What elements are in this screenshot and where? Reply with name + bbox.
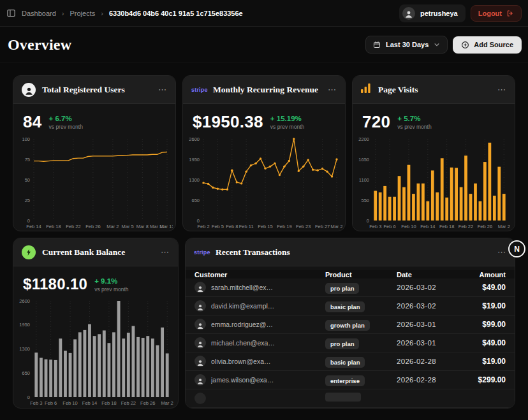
svg-text:Feb 14: Feb 14	[82, 400, 97, 406]
visits-bar-chart: 0550110016502200Feb 3Feb 6Feb 10Feb 14Fe…	[354, 134, 512, 230]
card-total-users: Total Registered Users ⋯ 84 + 6.7% vs pr…	[13, 75, 176, 231]
table-row[interactable]: emma.rodriguez@…growth plan2026-03-01$99…	[186, 315, 515, 334]
stat-delta: + 15.19%	[270, 115, 304, 122]
svg-text:Feb 3: Feb 3	[369, 224, 381, 229]
customer-email: olivia.brown@exa…	[211, 358, 271, 365]
transaction-date: 2026-03-02	[397, 284, 476, 291]
customer-avatar-icon	[194, 356, 206, 367]
transaction-date: 2026-03-01	[397, 321, 476, 328]
svg-text:0: 0	[197, 218, 200, 224]
stripe-logo-icon: stripe	[194, 249, 209, 256]
customer-avatar-icon	[194, 337, 206, 349]
svg-text:100: 100	[22, 136, 30, 142]
svg-text:Feb 8: Feb 8	[226, 224, 238, 229]
svg-text:650: 650	[191, 198, 200, 203]
date-range-select[interactable]: Last 30 Days	[365, 36, 448, 54]
card-title: Recent Transactions	[216, 247, 491, 257]
stat-delta-note: vs prev month	[94, 286, 128, 293]
product-badge: growth plan	[325, 320, 370, 331]
svg-text:Feb 15: Feb 15	[258, 224, 272, 229]
stat-value: $1950.38	[193, 113, 263, 131]
svg-text:Mar 2: Mar 2	[106, 224, 119, 229]
svg-text:Feb 19: Feb 19	[277, 224, 291, 229]
table-row[interactable]: olivia.brown@exa…basic plan2026-02-28$19…	[186, 352, 515, 371]
card-mrr: stripe Monthly Recurring Revenue ⋯ $1950…	[182, 75, 346, 231]
main-content: Total Registered Users ⋯ 84 + 6.7% vs pr…	[0, 62, 528, 409]
svg-text:Feb 2: Feb 2	[197, 224, 209, 229]
table-row[interactable]: david.kim@exampl…basic plan2026-03-02$19…	[186, 297, 515, 315]
stat-delta: + 6.7%	[49, 115, 83, 122]
svg-text:Mar 13: Mar 13	[159, 224, 173, 229]
svg-text:Feb 27: Feb 27	[315, 224, 330, 229]
user-menu[interactable]: petrusheya	[399, 4, 466, 22]
breadcrumb-projects[interactable]: Projects	[70, 10, 96, 17]
username: petrusheya	[420, 10, 458, 17]
svg-text:Feb 18: Feb 18	[439, 224, 454, 229]
logout-button[interactable]: Logout	[471, 5, 522, 22]
transaction-amount: $99.00	[476, 320, 506, 329]
plus-circle-icon	[461, 41, 469, 49]
svg-text:Feb 5: Feb 5	[212, 224, 224, 229]
table-header: Customer Product Date Amount	[186, 270, 515, 279]
product-badge: enterprise	[325, 375, 365, 386]
transaction-amount: $19.00	[476, 357, 506, 366]
top-navbar: Dashboard › Projects › 6330b4d6 04b6 40c…	[0, 0, 528, 27]
svg-text:Feb 26: Feb 26	[478, 224, 492, 229]
transaction-date: 2026-02-28	[397, 358, 476, 365]
transactions-body: sarah.mitchell@ex…pro plan2026-03-02$49.…	[186, 279, 515, 408]
sidebar-toggle-icon[interactable]	[6, 8, 16, 18]
breadcrumb-dashboard[interactable]: Dashboard	[22, 10, 56, 17]
more-menu-icon[interactable]: ⋯	[161, 248, 170, 256]
customer-email: emma.rodriguez@…	[211, 321, 273, 328]
card-title: Page Visits	[378, 85, 491, 95]
svg-text:Feb 14: Feb 14	[420, 224, 435, 229]
customer-avatar-icon	[194, 282, 206, 293]
breadcrumb-project-id[interactable]: 6330b4d6 04b6 40c1 91a5 1c715e83356e	[109, 10, 243, 17]
stat-delta-note: vs prev month	[397, 124, 431, 130]
cursor-badge-letter: N	[514, 245, 520, 254]
transaction-date: 2026-03-01	[397, 339, 476, 347]
more-menu-icon[interactable]: ⋯	[497, 248, 506, 256]
svg-text:Feb 6: Feb 6	[45, 400, 57, 406]
more-menu-icon[interactable]: ⋯	[158, 85, 167, 94]
svg-text:Feb 22: Feb 22	[66, 224, 80, 229]
more-menu-icon[interactable]: ⋯	[497, 85, 506, 94]
svg-text:Feb 18: Feb 18	[101, 400, 116, 406]
svg-text:Feb 14: Feb 14	[26, 224, 41, 229]
table-row[interactable]: james.wilson@exa…enterprise2026-02-28$29…	[186, 371, 515, 389]
customer-avatar-icon	[194, 319, 206, 330]
col-product: Product	[325, 271, 397, 279]
svg-text:50: 50	[25, 177, 30, 183]
card-recent-transactions: stripe Recent Transactions ⋯ Customer Pr…	[185, 238, 515, 409]
users-icon	[22, 83, 36, 97]
more-menu-icon[interactable]: ⋯	[328, 85, 337, 94]
stat-delta: + 9.1%	[94, 277, 128, 285]
svg-text:1100: 1100	[359, 177, 369, 183]
svg-text:Feb 22: Feb 22	[121, 400, 136, 406]
cursor-badge: N	[508, 240, 525, 257]
add-source-label: Add Source	[474, 41, 513, 48]
add-source-button[interactable]: Add Source	[453, 36, 522, 54]
product-badge: basic plan	[325, 301, 365, 312]
svg-text:Feb 18: Feb 18	[46, 224, 61, 229]
svg-text:Feb 6: Feb 6	[384, 224, 396, 229]
card-page-visits: Page Visits ⋯ 720 + 5.7% vs prev month 0…	[352, 75, 515, 231]
logout-icon	[506, 10, 514, 17]
page-title: Overview	[8, 36, 71, 54]
customer-email: sarah.mitchell@ex…	[211, 284, 273, 291]
transaction-date: 2026-03-02	[397, 302, 476, 310]
table-row[interactable]: michael.chen@exa…pro plan2026-03-01$49.0…	[186, 334, 515, 352]
stat-value: 84	[23, 113, 42, 131]
balance-bar-chart: 0650130019502600Feb 3Feb 6Feb 10Feb 14Fe…	[15, 296, 175, 407]
col-date: Date	[397, 271, 476, 279]
svg-text:Feb 23: Feb 23	[296, 224, 311, 229]
svg-text:2200: 2200	[358, 136, 369, 142]
transaction-amount: $49.00	[476, 338, 506, 347]
breadcrumb-separator-icon: ›	[101, 10, 103, 17]
svg-text:Mar 8: Mar 8	[136, 224, 149, 229]
col-customer: Customer	[194, 271, 325, 279]
svg-text:2600: 2600	[19, 298, 30, 304]
table-row[interactable]: sarah.mitchell@ex…pro plan2026-03-02$49.…	[186, 279, 515, 297]
chevron-down-icon	[434, 41, 440, 48]
transaction-amount: $19.00	[476, 301, 506, 310]
